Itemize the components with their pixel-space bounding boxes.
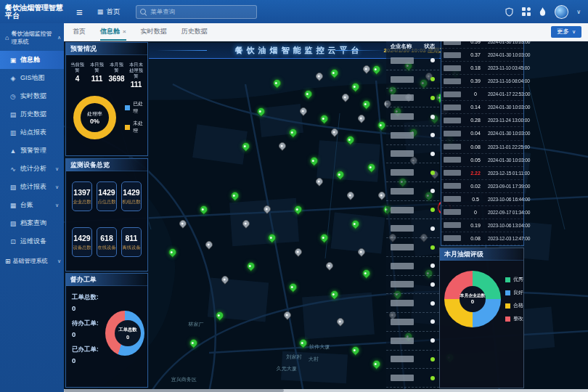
warning-stat-value: 111: [127, 81, 145, 89]
warning-stat: 本日未处理预警111: [126, 62, 146, 89]
sidebar-item-label: 预警管理: [20, 146, 46, 155]
redacted-company-name: [391, 57, 414, 64]
realtime-company-cell: [441, 144, 463, 150]
sidebar-item-label: 统计报表: [20, 182, 46, 192]
menu-search-input[interactable]: [149, 7, 253, 16]
status-dot-off: [430, 282, 435, 287]
redacted-company-name: [391, 281, 414, 287]
shield-icon[interactable]: [505, 7, 514, 17]
company-row[interactable]: [386, 52, 439, 70]
realtime-row[interactable]: 0.142024-01-30 10:03:00: [441, 101, 523, 114]
realtime-row[interactable]: 0.042024-01-30 10:03:00: [441, 127, 523, 140]
company-row[interactable]: [386, 313, 439, 332]
realtime-row[interactable]: 0.392023-11-16 08:04:00: [441, 75, 523, 88]
tab-history-data[interactable]: 历史数据: [181, 23, 208, 41]
scrollbar-thumb[interactable]: [64, 389, 284, 392]
warning-panel-title: 预警情况: [66, 43, 147, 55]
tab-bar: 首页信息舱×实时数据历史数据 更多 ∨: [64, 23, 588, 41]
company-row[interactable]: [386, 257, 439, 276]
company-row[interactable]: [386, 351, 439, 369]
sidebar-item-label: 历史数据: [20, 110, 46, 119]
sidebar-item-stat-analysis[interactable]: ∿统计分析∨: [0, 160, 64, 178]
history-data-icon: ▤: [9, 111, 17, 118]
realtime-row[interactable]: 0.372024-01-30 10:03:00: [441, 49, 523, 62]
sidebar-item-gis-map[interactable]: ◈GIS地图: [0, 69, 64, 87]
realtime-row[interactable]: 2.222023-12-15 01:11:00: [441, 167, 523, 180]
sidebar-item-archive-query[interactable]: ▨档案查询: [0, 214, 64, 232]
company-row[interactable]: [386, 145, 439, 164]
sidebar-group-base-system[interactable]: ⊞ 基础管理系统 ∨: [0, 250, 64, 270]
device-stat-box: 1429机组总数: [121, 181, 142, 211]
sidebar-item-ledger[interactable]: ▦台账∨: [0, 196, 64, 214]
sidebar-item-ops-device[interactable]: ⊡运维设备: [0, 232, 64, 250]
sidebar-item-station-report[interactable]: ▥站点报表: [0, 123, 64, 142]
donut-center-label: 本月企业总数: [460, 293, 486, 298]
redacted-company-name: [444, 52, 461, 58]
tab-home[interactable]: 首页: [73, 23, 86, 41]
status-dot-off: [430, 301, 435, 306]
company-row[interactable]: [386, 126, 439, 145]
realtime-row[interactable]: 0.082023-11-01 22:25:00: [441, 141, 523, 154]
flame-icon[interactable]: [539, 7, 547, 17]
realtime-row[interactable]: 0.022023-09-01 17:39:00: [441, 180, 523, 193]
device-stat-value: 618: [97, 234, 116, 242]
company-row[interactable]: [386, 238, 439, 257]
company-row[interactable]: [386, 70, 439, 89]
sidebar-item-realtime-data[interactable]: ◷实时数据: [0, 87, 64, 105]
device-stat-value: 1429: [122, 188, 141, 197]
more-button[interactable]: 更多 ∨: [551, 26, 581, 38]
apps-icon[interactable]: [522, 7, 531, 16]
status-dot-off: [430, 133, 435, 137]
sidebar-item-history-data[interactable]: ▤历史数据: [0, 105, 64, 123]
realtime-row[interactable]: 02022-09-17 01:34:00: [441, 206, 523, 219]
realtime-row[interactable]: 0.052024-01-30 10:03:00: [441, 154, 523, 167]
company-row[interactable]: [386, 201, 439, 220]
company-row[interactable]: [386, 219, 439, 238]
concentration-value: 0.14: [463, 105, 488, 110]
redacted-company-name: [444, 157, 461, 163]
header-home-link[interactable]: ▦ 首页: [97, 7, 121, 17]
company-row[interactable]: [386, 182, 439, 201]
realtime-row[interactable]: 0.082023-12-03 12:47:00: [441, 232, 523, 245]
tab-label: 信息舱: [100, 27, 120, 36]
avatar[interactable]: [555, 5, 568, 19]
sidebar-item-stat-report[interactable]: ▧统计报表∨: [0, 178, 64, 196]
sidebar-group-monitoring[interactable]: ⌂ 餐饮油烟监控管理系统 ∧: [0, 23, 64, 51]
redacted-company-name: [444, 209, 461, 215]
company-row[interactable]: [386, 369, 439, 388]
legend-item: 合格: [505, 302, 523, 309]
legend-item: 良好: [505, 289, 523, 296]
map-place-label: 宜兴商务区: [171, 376, 197, 383]
realtime-row[interactable]: 0.282023-11-24 13:00:00: [441, 114, 523, 127]
company-row[interactable]: [386, 89, 439, 107]
realtime-row[interactable]: 02024-01-17 22:53:00: [441, 88, 523, 101]
top-header: 餐饮油烟管理智慧平台 ≡ ▦ 首页 ∨: [0, 0, 588, 23]
tab-realtime-data[interactable]: 实时数据: [141, 23, 167, 41]
sidebar-item-label: 实时数据: [20, 91, 46, 101]
realtime-row[interactable]: 0.182023-11-10 03:45:00: [441, 62, 523, 75]
realtime-company-cell: [441, 222, 463, 228]
hamburger-menu-icon[interactable]: ≡: [76, 6, 83, 18]
map-place-label: 久元大厦: [277, 365, 297, 372]
horizontal-scrollbar[interactable]: [64, 389, 588, 392]
workorder-stat-value: 0: [72, 356, 105, 364]
workorder-body: 工单总数:0待办工单:0已办工单:0 工单总数 0: [66, 286, 147, 372]
company-row[interactable]: [386, 332, 439, 351]
donut-center-label: 工单总数: [118, 327, 136, 333]
sidebar-item-warning-mgmt[interactable]: ▲预警管理: [0, 142, 64, 160]
company-row[interactable]: [386, 107, 439, 126]
realtime-row[interactable]: 0.192023-10-06 13:04:00: [441, 219, 523, 232]
company-row[interactable]: [386, 276, 439, 295]
realtime-row[interactable]: 0.52023-10-06 16:44:00: [441, 193, 523, 206]
company-row[interactable]: [386, 163, 439, 182]
menu-search-box[interactable]: [136, 5, 257, 19]
tab-info-cabin[interactable]: 信息舱×: [100, 23, 126, 41]
chevron-down-icon[interactable]: ∨: [576, 9, 581, 15]
concentration-value: 0.37: [463, 52, 488, 57]
sidebar-item-info-cabin[interactable]: ▣信息舱: [0, 51, 64, 69]
warning-stat-label: 本月预警: [107, 62, 126, 74]
company-row[interactable]: [386, 294, 439, 313]
reading-time: 2024-01-30 10:03:00: [488, 105, 530, 110]
tab-label: 首页: [73, 27, 86, 36]
warning-legend: 已处理未处理: [125, 100, 147, 134]
